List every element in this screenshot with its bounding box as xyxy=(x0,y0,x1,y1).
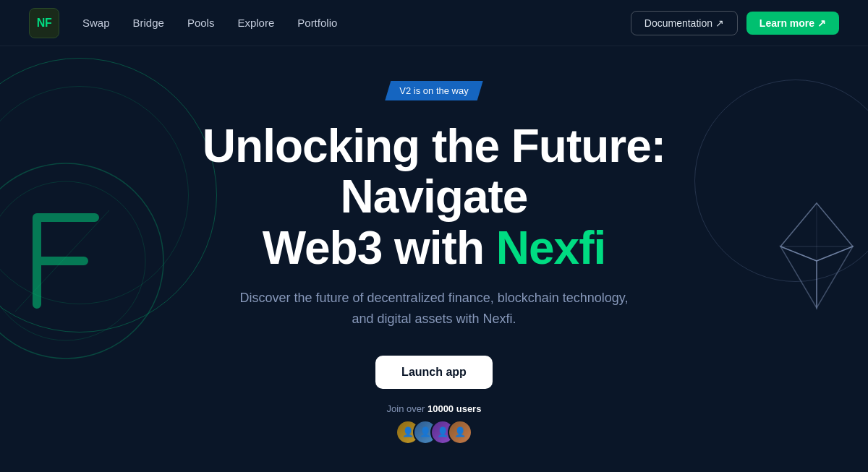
logo-text: NF xyxy=(37,17,51,30)
hero-brand-name: Nexfi xyxy=(496,222,606,274)
launch-app-button[interactable]: Launch app xyxy=(375,356,493,389)
nav-pools[interactable]: Pools xyxy=(187,17,215,29)
documentation-button[interactable]: Documentation ↗ xyxy=(631,11,738,35)
nav-swap[interactable]: Swap xyxy=(82,17,110,29)
user-avatars: 👤 👤 👤 👤 xyxy=(396,420,472,445)
nav-bridge[interactable]: Bridge xyxy=(133,17,164,29)
hero-section: V2 is on the way Unlocking the Future: N… xyxy=(0,46,868,472)
nav-links: Swap Bridge Pools Explore Portfolio xyxy=(82,17,631,29)
version-badge: V2 is on the way xyxy=(385,81,482,100)
learn-more-button[interactable]: Learn more ↗ xyxy=(746,12,839,35)
navbar: NF Swap Bridge Pools Explore Portfolio D… xyxy=(0,0,868,46)
nav-actions: Documentation ↗ Learn more ↗ xyxy=(631,11,839,35)
social-proof-text: Join over 10000 users xyxy=(387,403,482,414)
hero-subtitle: Discover the future of decentralized fin… xyxy=(231,288,637,330)
logo[interactable]: NF xyxy=(29,8,59,38)
hero-title: Unlocking the Future: Navigate Web3 with… xyxy=(145,121,723,273)
avatar-4: 👤 xyxy=(448,420,472,445)
nav-portfolio[interactable]: Portfolio xyxy=(297,17,337,29)
social-proof: Join over 10000 users 👤 👤 👤 👤 xyxy=(387,403,482,445)
nav-explore[interactable]: Explore xyxy=(237,17,274,29)
